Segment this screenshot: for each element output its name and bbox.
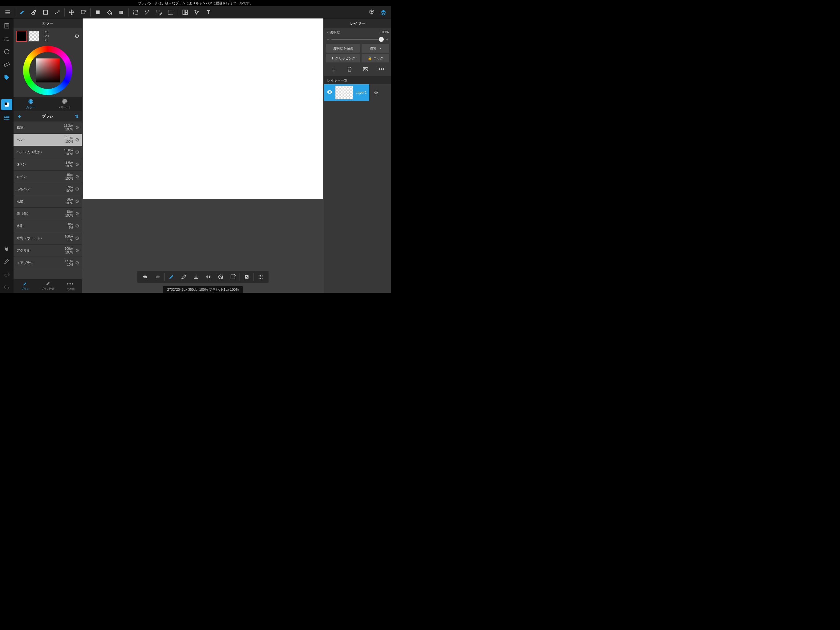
tag-icon[interactable] [1,72,12,83]
tab-color[interactable]: カラー [14,97,47,111]
brush-gear-icon[interactable]: ⚙ [75,248,79,253]
protect-alpha-button[interactable]: 透明度を保護 [326,44,360,52]
reference-icon[interactable] [1,20,12,32]
brush-tool-icon[interactable] [16,6,28,18]
brush-gear-icon[interactable]: ⚙ [75,161,79,167]
redo-button[interactable] [152,271,164,283]
dot-tool-icon[interactable] [51,6,63,18]
shape-tool-icon[interactable] [39,6,51,18]
select-erase-icon[interactable] [165,6,177,18]
operation-tool-icon[interactable] [191,6,203,18]
opacity-slider[interactable]: − + [324,36,391,44]
eraser-tool-icon[interactable] [28,6,39,18]
menu-icon[interactable] [2,6,14,18]
brush-name: 丸ペン [17,174,65,179]
fullscreen-icon[interactable] [241,271,253,283]
layer-settings-icon[interactable]: ⚙ [369,84,383,101]
3d-icon[interactable] [366,6,377,18]
brush-quick-icon[interactable] [166,271,178,283]
sort-brush-icon[interactable]: ⇅ [75,114,79,119]
color-picker[interactable] [14,44,82,97]
brush-item[interactable]: Gペン 9.6px100% ⚙ [14,158,82,171]
transform-tool-icon[interactable] [77,6,89,18]
brush-gear-icon[interactable]: ⚙ [75,125,79,130]
hand-tool-icon[interactable] [1,243,12,254]
brush-gear-icon[interactable]: ⚙ [75,198,79,204]
rotate-cw-icon[interactable] [215,271,227,283]
brush-name: 鉛筆 [17,125,64,130]
layer-thumbnail [335,86,353,99]
bucket-tool-icon[interactable] [104,6,115,18]
tab-brush-settings[interactable]: ブラシ設定 [36,279,59,293]
lock-button[interactable]: 🔒ロック [362,54,389,62]
brush-name: 点描 [17,199,65,204]
brush-item[interactable]: ペン 9.1px100% ⚙ [14,134,82,146]
layer-row[interactable]: Layer1 [324,84,369,101]
brush-item[interactable]: エアブラシ 171px10% ⚙ [14,257,82,269]
select-brush-icon[interactable] [153,6,165,18]
foreground-swatch[interactable] [16,31,27,42]
brush-gear-icon[interactable]: ⚙ [75,235,79,241]
brush-item[interactable]: 点描 50px100% ⚙ [14,195,82,207]
grid-icon[interactable] [254,271,267,283]
delete-layer-icon[interactable] [344,66,355,74]
brush-item[interactable]: アクリル 100px100% ⚙ [14,245,82,257]
layer-clear-icon[interactable] [227,271,239,283]
image-layer-icon[interactable] [360,66,371,74]
brush-name: Gペン [17,162,65,167]
brush-item[interactable]: 筆（墨） 18px100% ⚙ [14,207,82,220]
svg-rect-25 [4,116,5,117]
brush-gear-icon[interactable]: ⚙ [75,186,79,192]
layer-visibility-icon[interactable] [327,89,333,97]
eyedropper-icon[interactable] [1,256,12,267]
brush-gear-icon[interactable]: ⚙ [75,223,79,229]
opacity-minus[interactable]: − [327,36,330,42]
undo-button[interactable] [139,271,152,283]
magic-wand-icon[interactable] [141,6,153,18]
fill-tool-icon[interactable] [92,6,104,18]
brush-gear-icon[interactable]: ⚙ [75,260,79,266]
undo-icon[interactable] [1,282,12,293]
clipping-button[interactable]: ⬇クリッピング [326,54,360,62]
blend-mode-button[interactable]: 通常› [362,44,389,52]
svg-rect-24 [5,103,7,105]
eyedropper-quick-icon[interactable] [178,271,190,283]
more-layer-icon[interactable]: ••• [376,66,387,74]
svg-point-42 [262,277,262,277]
tab-other[interactable]: ••• その他 [59,279,82,293]
brush-gear-icon[interactable]: ⚙ [75,211,79,217]
select-rect-icon[interactable] [130,6,141,18]
gradient-tool-icon[interactable] [115,6,127,18]
redo-icon[interactable] [1,269,12,280]
layers-icon[interactable] [377,6,389,18]
brush-item[interactable]: 水彩 50px7% ⚙ [14,220,82,232]
ruler-icon[interactable] [1,59,12,70]
tab-palette[interactable]: パレット [47,97,82,111]
add-brush-icon[interactable]: ＋ [17,112,22,120]
brush-item[interactable]: 丸ペン 15px100% ⚙ [14,171,82,183]
brush-item[interactable]: ふちペン 59px100% ⚙ [14,183,82,195]
opacity-plus[interactable]: + [385,36,388,42]
move-tool-icon[interactable] [66,6,77,18]
panel-tool-icon[interactable] [179,6,191,18]
brush-gear-icon[interactable]: ⚙ [75,149,79,155]
brush-gear-icon[interactable]: ⚙ [75,174,79,180]
color-panel-toggle-icon[interactable] [1,99,12,110]
flip-icon[interactable] [202,271,215,283]
color-settings-icon[interactable]: ⚙ [74,33,79,40]
rotate-icon[interactable] [1,46,12,57]
brush-item[interactable]: 鉛筆 13.3px100% ⚙ [14,122,82,134]
save-icon[interactable] [190,271,202,283]
brush-item[interactable]: ペン（入り抜き） 10.0px100% ⚙ [14,146,82,158]
selection-icon[interactable] [1,33,12,44]
sliders-icon[interactable] [1,112,12,123]
add-layer-icon[interactable]: ＋ [329,66,339,74]
brush-values: 18px100% [65,210,73,217]
svg-point-44 [260,278,261,279]
brush-gear-icon[interactable]: ⚙ [75,137,79,143]
background-swatch[interactable] [28,31,39,42]
canvas[interactable] [83,19,323,199]
text-tool-icon[interactable] [203,6,214,18]
brush-item[interactable]: 水彩（ウェット） 100px10% ⚙ [14,232,82,245]
tab-brush[interactable]: ブラシ [14,279,36,293]
